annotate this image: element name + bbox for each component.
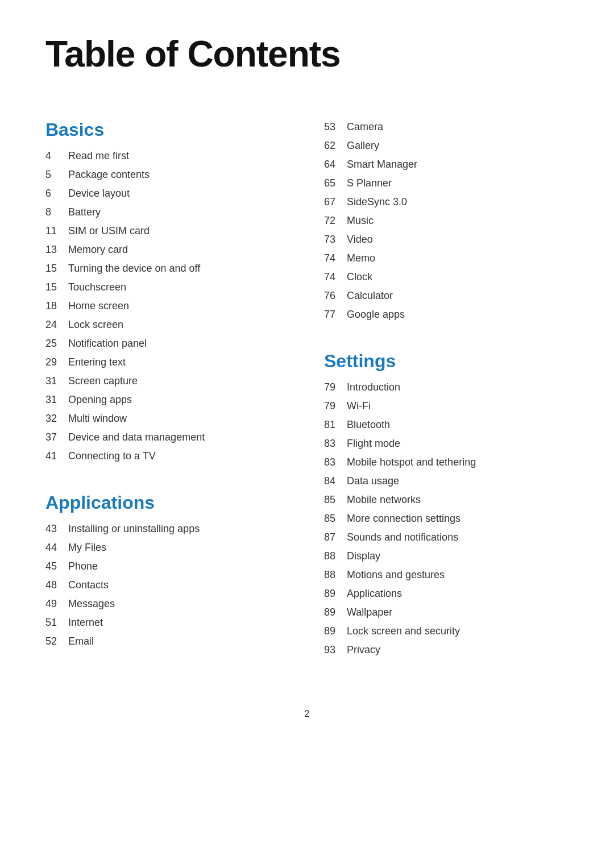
page-num: 5 [45, 167, 68, 182]
toc-entry-label: Privacy [347, 642, 380, 658]
page-num: 74 [324, 251, 347, 266]
section-heading-applications: Applications [45, 492, 290, 513]
list-item: 37 Device and data management [45, 430, 290, 445]
page-num: 25 [45, 336, 68, 351]
page-num: 62 [324, 138, 347, 153]
toc-entry-label: Flight mode [347, 436, 400, 451]
page-num: 13 [45, 242, 68, 258]
page-num: 31 [45, 392, 68, 408]
page-num: 51 [45, 615, 68, 630]
toc-entry-label: Read me first [68, 148, 129, 164]
page-num: 85 [324, 492, 347, 508]
list-item: 64 Smart Manager [324, 157, 569, 172]
toc-entry-label: Video [347, 232, 373, 247]
page-num: 87 [324, 530, 347, 545]
page-num: 77 [324, 307, 347, 322]
toc-entry-label: Motions and gestures [347, 567, 445, 583]
page-num: 89 [324, 605, 347, 620]
page-num: 32 [45, 411, 68, 426]
page-num: 37 [45, 430, 68, 445]
toc-entry-label: Email [68, 634, 94, 649]
toc-entry-label: Wallpaper [347, 605, 392, 620]
list-item: 88 Display [324, 549, 569, 564]
page-num: 74 [324, 269, 347, 285]
list-item: 48 Contacts [45, 578, 290, 593]
page-num: 85 [324, 511, 347, 526]
page-num: 83 [324, 455, 347, 470]
toc-entry-label: Opening apps [68, 392, 132, 408]
list-item: 88 Motions and gestures [324, 567, 569, 583]
page-num: 6 [45, 186, 68, 201]
page-number: 2 [45, 709, 569, 719]
toc-entry-label: Memory card [68, 242, 128, 258]
toc-entry-label: Home screen [68, 298, 129, 314]
page-num: 15 [45, 280, 68, 295]
list-item: 52 Email [45, 634, 290, 649]
page-num: 4 [45, 148, 68, 164]
toc-entry-label: Smart Manager [347, 157, 417, 172]
list-item: 25 Notification panel [45, 336, 290, 351]
list-item: 13 Memory card [45, 242, 290, 258]
page-num: 43 [45, 521, 68, 537]
page-num: 88 [324, 567, 347, 583]
toc-entry-label: Messages [68, 596, 115, 612]
list-item: 65 S Planner [324, 176, 569, 191]
page-num: 45 [45, 559, 68, 574]
page-num: 64 [324, 157, 347, 172]
toc-entry-label: Display [347, 549, 380, 564]
toc-entry-label: Mobile hotspot and tethering [347, 455, 476, 470]
list-item: 89 Lock screen and security [324, 624, 569, 639]
section-heading-settings: Settings [324, 351, 569, 372]
page-num: 93 [324, 642, 347, 658]
toc-entry-label: Turning the device on and off [68, 261, 200, 276]
toc-entry-label: SideSync 3.0 [347, 194, 407, 210]
list-item: 67 SideSync 3.0 [324, 194, 569, 210]
page-num: 89 [324, 586, 347, 601]
toc-entry-label: Connecting to a TV [68, 448, 156, 464]
toc-entry-label: Gallery [347, 138, 379, 153]
page-num: 18 [45, 298, 68, 314]
toc-entry-label: Wi-Fi [347, 398, 371, 414]
list-item: 73 Video [324, 232, 569, 247]
toc-entry-label: Contacts [68, 578, 109, 593]
toc-entry-label: Notification panel [68, 336, 147, 351]
toc-entry-label: Entering text [68, 355, 126, 370]
page-num: 72 [324, 213, 347, 229]
list-item: 85 More connection settings [324, 511, 569, 526]
page-num: 11 [45, 223, 68, 239]
toc-entry-label: SIM or USIM card [68, 223, 150, 239]
toc-entry-label: Sounds and notifications [347, 530, 458, 545]
toc-entry-label: Data usage [347, 474, 399, 489]
list-item: 49 Messages [45, 596, 290, 612]
list-item: 11 SIM or USIM card [45, 223, 290, 239]
list-item: 83 Flight mode [324, 436, 569, 451]
page-num: 67 [324, 194, 347, 210]
toc-entry-label: Package contents [68, 167, 150, 182]
list-item: 15 Turning the device on and off [45, 261, 290, 276]
list-item: 24 Lock screen [45, 317, 290, 333]
list-item: 72 Music [324, 213, 569, 229]
list-item: 31 Opening apps [45, 392, 290, 408]
list-item: 29 Entering text [45, 355, 290, 370]
toc-entry-label: Applications [347, 586, 402, 601]
list-item: 45 Phone [45, 559, 290, 574]
list-item: 8 Battery [45, 205, 290, 220]
page-num: 8 [45, 205, 68, 220]
left-column: Basics 4 Read me first 5 Package content… [45, 119, 290, 686]
page-num: 31 [45, 373, 68, 389]
list-item: 89 Wallpaper [324, 605, 569, 620]
page-num: 24 [45, 317, 68, 333]
list-item: 77 Google apps [324, 307, 569, 322]
list-item: 44 My Files [45, 540, 290, 555]
page-num: 41 [45, 448, 68, 464]
page-num: 73 [324, 232, 347, 247]
page-num: 44 [45, 540, 68, 555]
list-item: 79 Introduction [324, 380, 569, 395]
page-num: 48 [45, 578, 68, 593]
applications-cont-list: 53 Camera 62 Gallery 64 Smart Manager 65… [324, 119, 569, 322]
list-item: 74 Memo [324, 251, 569, 266]
toc-entry-label: Memo [347, 251, 375, 266]
toc-entry-label: Bluetooth [347, 417, 390, 433]
toc-entry-label: Battery [68, 205, 101, 220]
list-item: 32 Multi window [45, 411, 290, 426]
